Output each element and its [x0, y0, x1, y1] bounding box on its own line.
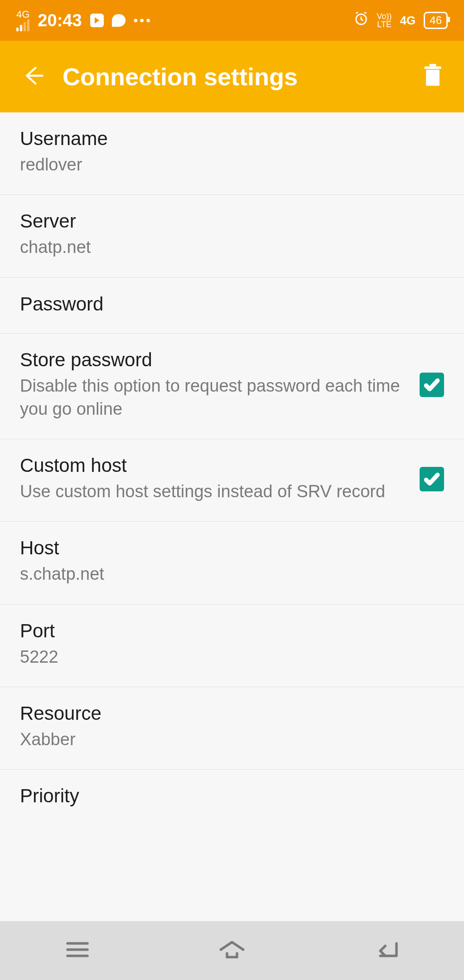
- back-nav-button[interactable]: [372, 938, 401, 963]
- setting-custom-host[interactable]: Custom host Use custom host settings ins…: [0, 439, 464, 522]
- signal-4g-icon: 4G: [16, 10, 29, 31]
- setting-port[interactable]: Port 5222: [0, 605, 464, 687]
- setting-server[interactable]: Server chatp.net: [0, 195, 464, 277]
- setting-username[interactable]: Username redlover: [0, 112, 464, 195]
- setting-value: 5222: [20, 645, 444, 669]
- app-bar: Connection settings: [0, 41, 464, 112]
- setting-title: Password: [20, 293, 444, 315]
- volte-icon: Vo)) LTE: [377, 12, 392, 29]
- setting-password[interactable]: Password: [0, 278, 464, 334]
- battery-icon: 46: [424, 12, 448, 29]
- custom-host-checkbox[interactable]: [420, 467, 444, 491]
- nav-bar: [0, 921, 464, 980]
- delete-button[interactable]: [422, 64, 443, 89]
- setting-resource[interactable]: Resource Xabber: [0, 687, 464, 770]
- svg-rect-3: [430, 64, 436, 67]
- setting-title: Username: [20, 128, 444, 150]
- setting-title: Custom host: [20, 455, 401, 476]
- setting-title: Resource: [20, 703, 444, 724]
- home-button[interactable]: [217, 938, 247, 963]
- clock: 20:43: [38, 11, 82, 30]
- setting-value: Xabber: [20, 728, 444, 751]
- setting-title: Server: [20, 210, 444, 232]
- chat-icon: [112, 14, 126, 27]
- setting-description: Disable this option to request password …: [20, 374, 401, 421]
- setting-title: Store password: [20, 349, 401, 371]
- setting-title: Priority: [20, 785, 444, 807]
- store-password-checkbox[interactable]: [420, 373, 444, 397]
- setting-priority[interactable]: Priority: [0, 770, 464, 825]
- setting-store-password[interactable]: Store password Disable this option to re…: [0, 334, 464, 440]
- setting-value: chatp.net: [20, 236, 444, 259]
- setting-description: Use custom host settings instead of SRV …: [20, 480, 401, 503]
- recent-apps-button[interactable]: [63, 938, 92, 963]
- svg-rect-2: [424, 67, 441, 69]
- screen: 4G 20:43 ••• Vo)) LTE 4G 46 Connection s…: [0, 0, 464, 980]
- status-bar: 4G 20:43 ••• Vo)) LTE 4G 46: [0, 0, 464, 41]
- play-store-icon: [90, 14, 104, 27]
- setting-host[interactable]: Host s.chatp.net: [0, 522, 464, 604]
- setting-value: redlover: [20, 153, 444, 176]
- back-button[interactable]: [21, 64, 44, 89]
- setting-value: s.chatp.net: [20, 563, 444, 586]
- network-4g-label: 4G: [400, 14, 416, 28]
- settings-list: Username redlover Server chatp.net Passw…: [0, 112, 464, 980]
- setting-title: Port: [20, 620, 444, 642]
- alarm-icon: [353, 11, 369, 30]
- setting-title: Host: [20, 537, 444, 559]
- svg-rect-1: [426, 70, 440, 86]
- more-notifications-icon: •••: [134, 13, 152, 28]
- page-title: Connection settings: [63, 63, 404, 91]
